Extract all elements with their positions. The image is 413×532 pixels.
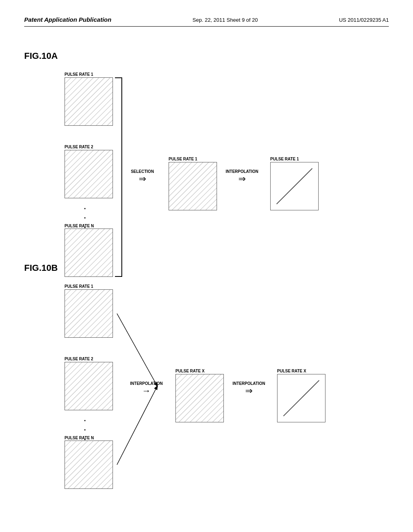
header-patent-number: US 2011/0229235 A1 <box>339 17 389 23</box>
diagram-10a: PULSE RATE 1 PULSE RATE 2 <box>24 65 387 239</box>
pulse-rate-1-interp-label-10a: PULSE RATE 1 <box>270 155 299 162</box>
svg-rect-2 <box>65 150 113 198</box>
pulse-rate-2-label-10b: PULSE RATE 2 <box>65 355 93 362</box>
pulse-rate-1-top-box-10a <box>65 77 113 126</box>
pulse-rate-1-top-label-10a: PULSE RATE 1 <box>65 70 93 77</box>
pulse-rate-1-interp-box-10a <box>270 162 319 210</box>
svg-rect-12 <box>176 374 223 422</box>
svg-rect-4 <box>169 162 217 210</box>
pulse-rate-n-label-10b: PULSE RATE N <box>65 434 94 441</box>
pulse-rate-n-box-10b <box>65 441 113 489</box>
svg-rect-7 <box>65 290 113 337</box>
pulse-rate-1-sel-label-10a: PULSE RATE 1 <box>169 155 197 162</box>
interpolation-label-10b-1: INTERPOLATION <box>122 381 171 386</box>
figure-10a-label: FIG.10A <box>24 51 389 61</box>
pulse-rate-1-sel-box-10a <box>169 162 217 210</box>
interpolation-label-10a: INTERPOLATION <box>218 169 266 174</box>
pulse-rate-x-mid-label-10b: PULSE RATE X <box>175 367 204 374</box>
pulse-rate-x-out-box-10b <box>277 374 325 422</box>
svg-line-5 <box>277 168 313 204</box>
pulse-rate-2-box-10a <box>65 150 113 198</box>
pulse-rate-x-mid-box-10b <box>175 374 224 422</box>
pulse-rate-1-top-box-10b <box>65 289 113 338</box>
svg-line-11 <box>117 386 157 465</box>
bracket-10a <box>115 77 122 277</box>
header-date-sheet: Sep. 22, 2011 Sheet 9 of 20 <box>192 17 258 23</box>
svg-rect-9 <box>65 441 113 488</box>
interpolation-arrow-icon-10b-1: → <box>122 387 171 395</box>
pulse-rate-x-out-label-10b: PULSE RATE X <box>277 367 306 374</box>
page: Patent Application Publication Sep. 22, … <box>0 0 413 532</box>
pulse-rate-1-top-label-10b: PULSE RATE 1 <box>65 282 93 289</box>
header-publication-label: Patent Application Publication <box>24 16 111 23</box>
interpolation-arrow-area-10b-1: INTERPOLATION → <box>122 381 171 395</box>
svg-rect-3 <box>65 229 113 276</box>
figure-10a-section: FIG.10A PULSE RATE 1 PULSE RATE 2 <box>24 51 389 239</box>
selection-label: SELECTION <box>122 169 163 174</box>
page-header: Patent Application Publication Sep. 22, … <box>24 16 389 27</box>
svg-line-13 <box>284 380 319 416</box>
svg-rect-8 <box>65 362 113 410</box>
interpolation-arrow-icon-10a: ⇒ <box>218 175 266 183</box>
figure-10b-section: FIG.10B PULSE RATE 1 PULSE RATE 2 <box>24 263 389 475</box>
pulse-rate-n-label-10a: PULSE RATE N <box>65 222 94 229</box>
interpolation-arrow-area-10b-2: INTERPOLATION ⇒ <box>225 381 273 395</box>
selection-arrow-area: SELECTION ⇒ <box>122 169 163 183</box>
interpolation-arrow-area-10a: INTERPOLATION ⇒ <box>218 169 266 183</box>
pulse-rate-2-box-10b <box>65 362 113 410</box>
selection-arrow-icon: ⇒ <box>122 175 163 183</box>
interpolation-arrow-icon-10b-2: ⇒ <box>225 387 273 395</box>
svg-rect-1 <box>65 78 113 125</box>
diagram-10b: PULSE RATE 1 PULSE RATE 2 <box>24 277 387 475</box>
pulse-rate-n-box-10a <box>65 229 113 277</box>
pulse-rate-2-label-10a: PULSE RATE 2 <box>65 143 93 150</box>
svg-line-10 <box>117 314 157 386</box>
interpolation-label-10b-2: INTERPOLATION <box>225 381 273 386</box>
